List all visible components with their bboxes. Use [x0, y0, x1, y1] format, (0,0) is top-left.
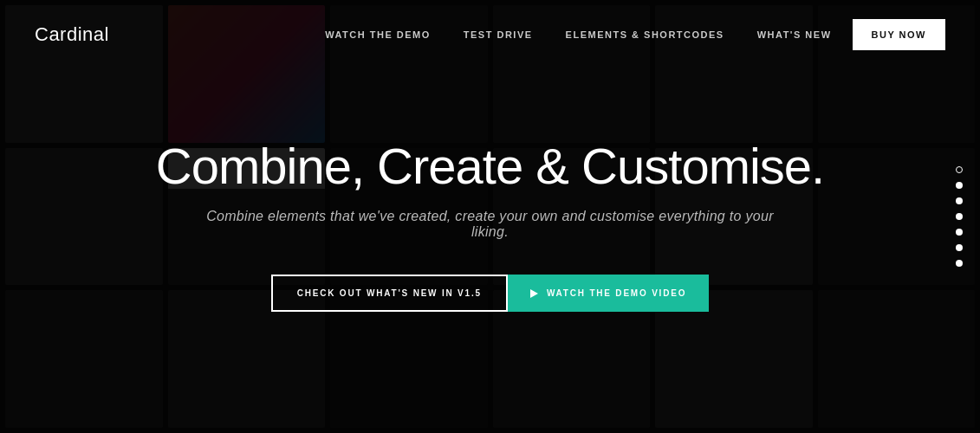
logo: Cardinal	[35, 23, 109, 46]
dot-6[interactable]	[956, 244, 963, 251]
dot-7[interactable]	[956, 260, 963, 267]
nav-watch-demo[interactable]: WATCH THE DEMO	[313, 23, 443, 47]
watch-demo-label: WATCH THE DEMO VIDEO	[547, 288, 686, 298]
nav-links: WATCH THE DEMO TEST DRIVE ELEMENTS & SHO…	[313, 19, 945, 50]
dot-1[interactable]	[956, 166, 963, 173]
buy-now-button[interactable]: BUY NOW	[853, 19, 945, 50]
nav-whats-new[interactable]: WHAT'S NEW	[745, 23, 844, 47]
dot-3[interactable]	[956, 197, 963, 204]
hero-subtitle: Combine elements that we've created, cre…	[196, 209, 785, 240]
dot-5[interactable]	[956, 229, 963, 236]
hero-buttons: CHECK OUT WHAT'S NEW IN V1.5 WATCH THE D…	[271, 275, 710, 312]
hero-section: Combine, Create & Customise. Combine ele…	[0, 17, 980, 433]
play-icon	[530, 289, 538, 298]
dot-2[interactable]	[956, 182, 963, 189]
hero-title: Combine, Create & Customise.	[156, 139, 824, 194]
navbar: Cardinal WATCH THE DEMO TEST DRIVE ELEME…	[0, 0, 980, 69]
nav-elements[interactable]: ELEMENTS & SHORTCODES	[554, 23, 737, 47]
dot-navigation	[956, 166, 963, 267]
watch-demo-video-button[interactable]: WATCH THE DEMO VIDEO	[508, 275, 709, 312]
whats-new-button[interactable]: CHECK OUT WHAT'S NEW IN V1.5	[271, 275, 508, 312]
nav-test-drive[interactable]: TEST DRIVE	[451, 23, 545, 47]
dot-4[interactable]	[956, 213, 963, 220]
